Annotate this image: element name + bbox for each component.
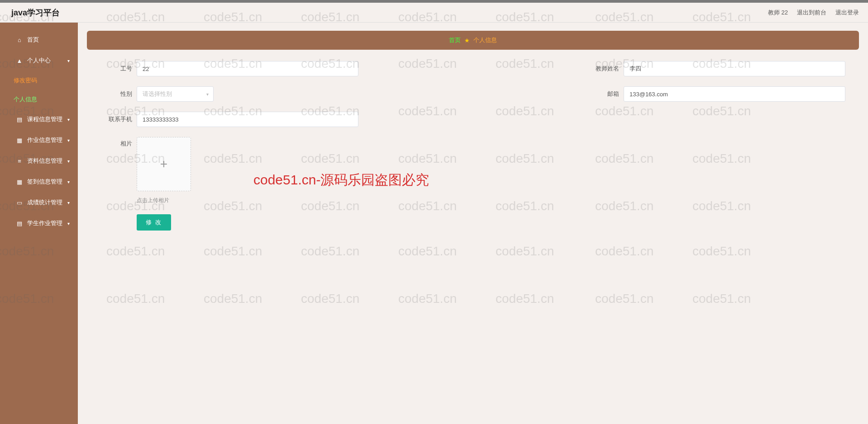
email-input[interactable]: [624, 86, 845, 102]
monitor-icon: ▭: [16, 199, 23, 206]
emp-id-label: 工号: [100, 65, 137, 73]
sidebar-item-course-mgmt[interactable]: ▤ 课程信息管理 ▾: [0, 109, 78, 130]
sidebar-item-homework-mgmt[interactable]: ▦ 作业信息管理 ▾: [0, 130, 78, 151]
user-icon: ▲: [16, 57, 23, 64]
teacher-name-input[interactable]: [624, 61, 845, 76]
clipboard-icon: ▤: [16, 220, 23, 227]
chevron-down-icon: ▾: [206, 92, 209, 97]
profile-form: 工号 教师姓名 性别 请选择性别 ▾ 邮箱 联系手: [87, 50, 859, 252]
sidebar-item-signin-mgmt[interactable]: ▦ 签到信息管理 ▾: [0, 171, 78, 192]
sidebar-item-label: 成绩统计管理: [27, 198, 62, 207]
sidebar-item-home[interactable]: ⌂ 首页: [0, 29, 78, 50]
chevron-down-icon: ▾: [67, 179, 70, 184]
email-label: 邮箱: [587, 90, 624, 98]
sidebar-item-label: 首页: [27, 36, 39, 44]
plus-icon: +: [160, 157, 167, 171]
upload-hint: 点击上传相片: [137, 197, 191, 204]
sidebar-item-label: 个人中心: [27, 57, 51, 65]
breadcrumb-home[interactable]: 首页: [449, 36, 461, 44]
gender-placeholder: 请选择性别: [143, 90, 172, 98]
star-icon: ★: [464, 37, 470, 44]
photo-upload-box[interactable]: +: [137, 137, 191, 191]
header-user[interactable]: 教师 22: [768, 9, 788, 17]
header-back-front[interactable]: 退出到前台: [797, 9, 826, 17]
list-icon: ≡: [16, 158, 23, 165]
chevron-down-icon: ▾: [67, 138, 70, 143]
app-title: java学习平台: [11, 7, 60, 18]
grid-icon: ▦: [16, 137, 23, 144]
sidebar-item-label: 作业信息管理: [27, 136, 62, 144]
emp-id-input[interactable]: [137, 61, 358, 76]
main-content: 首页 ★ 个人信息 工号 教师姓名 性别 请选择性别 ▾ 邮箱: [78, 23, 868, 424]
phone-label: 联系手机: [100, 115, 137, 123]
sidebar-item-student-hw-mgmt[interactable]: ▤ 学生作业管理 ▾: [0, 213, 78, 234]
header: java学习平台 教师 22 退出到前台 退出登录: [0, 3, 868, 23]
chevron-down-icon: ▾: [67, 221, 70, 226]
chevron-down-icon: ▾: [67, 159, 70, 164]
header-logout[interactable]: 退出登录: [835, 9, 859, 17]
clipboard-icon: ▤: [16, 116, 23, 123]
sidebar-item-label: 资料信息管理: [27, 157, 62, 165]
sidebar-item-label: 学生作业管理: [27, 219, 62, 227]
sidebar-sub-personal-info[interactable]: 个人信息: [0, 90, 78, 109]
sidebar-item-grade-mgmt[interactable]: ▭ 成绩统计管理 ▾: [0, 192, 78, 213]
sidebar-item-label: 课程信息管理: [27, 115, 62, 123]
submit-button[interactable]: 修 改: [137, 214, 171, 231]
chevron-down-icon: ▾: [67, 200, 70, 205]
sidebar: ⌂ 首页 ▲ 个人中心 ▾ 修改密码 个人信息 ▤ 课程信息管理 ▾ ▦ 作业信…: [0, 23, 78, 424]
chevron-down-icon: ▾: [67, 58, 70, 63]
sidebar-sub-change-password[interactable]: 修改密码: [0, 71, 78, 90]
teacher-name-label: 教师姓名: [587, 65, 624, 73]
grid-icon: ▦: [16, 179, 23, 185]
gender-label: 性别: [100, 90, 137, 98]
sidebar-item-label: 签到信息管理: [27, 178, 62, 186]
gender-select[interactable]: 请选择性别 ▾: [137, 86, 214, 102]
home-icon: ⌂: [16, 37, 23, 43]
photo-label: 相片: [100, 137, 137, 148]
sidebar-item-material-mgmt[interactable]: ≡ 资料信息管理 ▾: [0, 151, 78, 171]
phone-input[interactable]: [137, 112, 358, 127]
sidebar-item-personal-center[interactable]: ▲ 个人中心 ▾: [0, 50, 78, 71]
breadcrumb-current: 个人信息: [473, 36, 497, 44]
breadcrumb: 首页 ★ 个人信息: [87, 31, 859, 50]
chevron-down-icon: ▾: [67, 117, 70, 122]
